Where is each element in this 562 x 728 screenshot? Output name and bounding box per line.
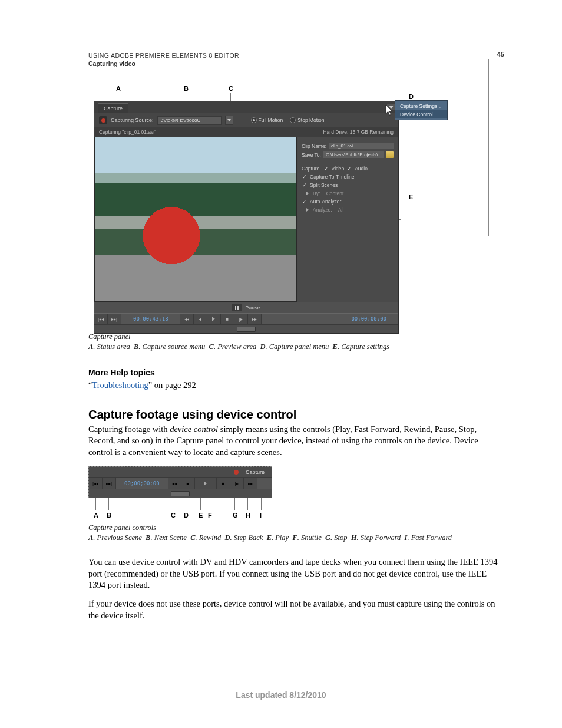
step-back-button[interactable]: ◂| (181, 478, 195, 489)
more-help-heading: More Help topics (88, 368, 503, 377)
footer-updated: Last updated 8/12/2010 (0, 690, 562, 700)
shuttle-slider[interactable] (237, 327, 256, 332)
callout-d: D (184, 512, 189, 519)
play-icon (204, 481, 207, 486)
status-right: Hard Drive: 15.7 GB Remaining (323, 129, 394, 135)
split-scenes-checkbox[interactable]: ✓ (302, 182, 308, 188)
capture-timeline-checkbox[interactable]: ✓ (302, 174, 308, 180)
next-scene-button[interactable]: ▸▸| (103, 478, 116, 489)
auto-analyzer-checkbox[interactable]: ✓ (302, 199, 308, 205)
controls-panel-ui: Capture |◂◂ ▸▸| 00;00;00;00 ◂◂ ◂| ■ |▸ ▸… (88, 466, 272, 498)
capture-timeline-label: Capture To Timeline (310, 174, 354, 180)
callout-line (401, 196, 408, 196)
stop-button[interactable]: ■ (221, 314, 234, 324)
figure2-caption: Capture panel controls (88, 523, 503, 532)
right-margin-rule (488, 59, 489, 236)
menu-item-capture-settings[interactable]: Capture Settings... (395, 102, 447, 110)
capture-source-field[interactable]: JVC GR-DV2000U (157, 116, 222, 125)
figure-capture-panel: A B C D E Capture (88, 88, 436, 330)
browse-folder-icon[interactable] (386, 151, 394, 158)
audio-checkbox[interactable]: ✓ (346, 166, 352, 172)
page-number: 45 (497, 51, 504, 58)
fast-forward-button[interactable]: ▸▸ (244, 478, 257, 489)
expand-arrow-icon[interactable] (306, 208, 309, 212)
next-scene-button[interactable]: ▸▸| (108, 314, 121, 324)
play-button[interactable] (207, 314, 221, 324)
prev-scene-button[interactable]: |◂◂ (89, 478, 103, 489)
analyze-value: All (338, 207, 343, 213)
shuttle-slider[interactable] (171, 491, 190, 496)
callout-letter-a: A (116, 85, 121, 92)
more-help-line: “Troubleshooting” on page 292 (88, 380, 503, 391)
by-label: By: (313, 190, 320, 196)
callout-g: G (233, 512, 238, 519)
clip-name-label: Clip Name: (302, 143, 326, 149)
capture-label: Capture: (302, 166, 321, 172)
video-checkbox[interactable]: ✓ (323, 166, 329, 172)
callout-a: A (94, 512, 98, 519)
para-ieee1394: You can use device control with DV and H… (88, 556, 503, 591)
callout-letter-d: D (409, 93, 414, 100)
pause-button-icon[interactable] (232, 304, 242, 311)
clip-name-field[interactable]: clip_01.avi (329, 143, 394, 149)
timecode: 00;00;00;00 (116, 480, 168, 486)
timecode-right: 00;00;00;00 (339, 316, 398, 322)
rewind-button[interactable]: ◂◂ (180, 314, 194, 324)
capture-panel-ui: Capture Capturing Source: JVC GR-DV2000U… (94, 101, 398, 333)
figure2-key: A. Previous Scene B. Next Scene C. Rewin… (88, 533, 503, 542)
play-button[interactable] (195, 478, 217, 489)
audio-label: Audio (355, 166, 368, 172)
full-motion-radio[interactable] (251, 117, 257, 123)
running-header-section: Capturing video (88, 60, 503, 67)
capture-settings-side: Clip Name: clip_01.avi Save To: C:\Users… (297, 137, 398, 302)
analyze-label: Analyze: (313, 207, 332, 213)
rewind-button[interactable]: ◂◂ (168, 478, 181, 489)
figure1-key: A. Status area B. Capture source menu C.… (88, 342, 503, 351)
callout-i: I (260, 512, 262, 519)
callout-e: E (199, 512, 203, 519)
preview-area (94, 137, 297, 302)
callout-c: C (171, 512, 176, 519)
callout-f: F (208, 512, 212, 519)
menu-item-device-control[interactable]: Device Control... (395, 110, 447, 118)
cursor-icon (385, 105, 395, 117)
figure1-caption: Capture panel (88, 332, 503, 341)
save-to-label: Save To: (302, 152, 321, 158)
capture-button[interactable]: Capture (242, 469, 268, 476)
pause-label: Pause (245, 305, 260, 311)
expand-arrow-icon[interactable] (306, 192, 309, 195)
figure-capture-controls: Capture |◂◂ ▸▸| 00;00;00;00 ◂◂ ◂| ■ |▸ ▸… (88, 466, 289, 521)
capture-tab[interactable]: Capture (98, 103, 128, 113)
full-motion-label: Full Motion (259, 117, 283, 123)
prev-scene-button[interactable]: |◂◂ (94, 314, 108, 324)
step-forward-button[interactable]: |▸ (234, 314, 248, 324)
callout-h: H (246, 512, 250, 519)
callout-b: B (107, 512, 111, 519)
stop-motion-label: Stop Motion (297, 117, 324, 123)
callout-letter-b: B (184, 85, 189, 92)
callout-letter-c: C (229, 85, 233, 92)
split-scenes-label: Split Scenes (310, 182, 338, 188)
record-indicator-icon (99, 116, 107, 124)
video-label: Video (332, 166, 345, 172)
callout-line (401, 144, 401, 219)
save-to-field[interactable]: C:\Users\Public\Projects\ (323, 151, 384, 158)
status-left: Capturing "clip_01 01.avi" (99, 129, 156, 135)
stop-button[interactable]: ■ (217, 478, 230, 489)
section-heading: Capture footage using device control (88, 408, 503, 421)
running-header-title: USING ADOBE PREMIERE ELEMENTS 8 EDITOR (88, 52, 503, 59)
by-value: Content (326, 190, 344, 196)
para-device-control-intro: Capturing footage with device control si… (88, 424, 503, 459)
step-forward-button[interactable]: |▸ (230, 478, 244, 489)
troubleshooting-link[interactable]: Troubleshooting (92, 380, 148, 390)
step-back-button[interactable]: ◂| (194, 314, 207, 324)
record-icon (234, 470, 239, 475)
fast-forward-button[interactable]: ▸▸ (248, 314, 262, 324)
capture-source-label: Capturing Source: (111, 117, 154, 123)
para-no-device-control: If your device does not use these ports,… (88, 598, 503, 621)
play-icon (212, 317, 215, 321)
capture-source-dropdown[interactable] (225, 116, 233, 125)
stop-motion-radio[interactable] (290, 117, 296, 123)
auto-analyzer-label: Auto-Analyzer (310, 199, 341, 205)
timecode-left: 00;00;43;18 (121, 316, 180, 322)
